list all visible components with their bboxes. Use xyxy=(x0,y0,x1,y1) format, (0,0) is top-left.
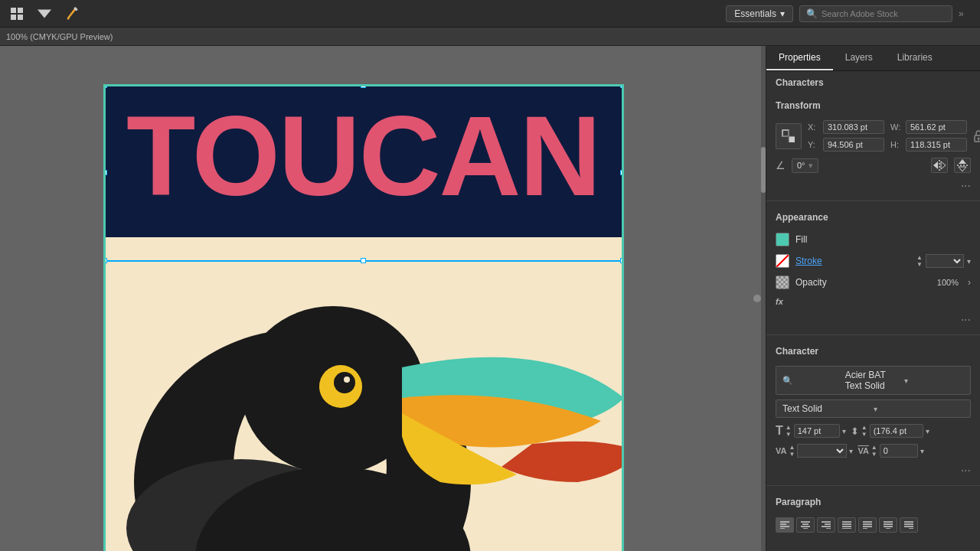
font-size-unit-arrow[interactable]: ▾ xyxy=(842,427,846,435)
kerning-icon: VA xyxy=(776,446,786,455)
h-input[interactable] xyxy=(906,138,967,152)
tracking-stepper[interactable]: ▲▼ xyxy=(871,445,877,458)
x-label: X: xyxy=(808,122,820,132)
stroke-type-select[interactable] xyxy=(926,254,964,268)
character-header: Character xyxy=(766,340,980,363)
fx-label[interactable]: fx xyxy=(776,297,783,306)
align-left-button[interactable] xyxy=(776,517,794,533)
essentials-button[interactable]: Essentials ▾ xyxy=(726,5,793,22)
search-icon: 🔍 xyxy=(806,8,818,19)
font-name-dropdown-arrow: ▾ xyxy=(904,377,964,385)
w-input[interactable] xyxy=(906,120,967,134)
art-border xyxy=(103,84,624,551)
brush-icon[interactable] xyxy=(61,6,83,21)
opacity-row: Opacity 100% › xyxy=(766,272,980,293)
angle-symbol: ∠ xyxy=(776,159,786,171)
font-size-icon: T xyxy=(776,424,783,438)
topbar: Essentials ▾ 🔍 Search Adobe Stock » xyxy=(0,0,980,28)
font-size-stepper[interactable]: ▲▼ xyxy=(786,425,792,438)
font-style-dropdown[interactable]: Text Solid ▾ xyxy=(776,399,971,418)
x-input[interactable] xyxy=(823,120,884,134)
y-input[interactable] xyxy=(823,138,884,152)
stroke-controls: ▲ ▼ ▾ xyxy=(916,254,971,268)
kerning-select[interactable] xyxy=(797,444,847,458)
svg-rect-15 xyxy=(789,136,795,142)
align-center-button[interactable] xyxy=(796,517,815,533)
svg-rect-1 xyxy=(18,8,23,13)
font-name-label: Acier BAT Text Solid xyxy=(845,370,905,391)
flip-horizontal-button[interactable] xyxy=(931,158,948,173)
transform-more-button[interactable]: ··· xyxy=(766,176,980,196)
canvas-scroll-thumb[interactable] xyxy=(761,147,766,193)
stroke-swatch[interactable] xyxy=(776,254,789,268)
canvas-area[interactable]: TOUCAN xyxy=(0,46,766,551)
character-more-button[interactable]: ··· xyxy=(766,461,980,481)
w-label: W: xyxy=(890,122,903,132)
characters-header: Characters xyxy=(766,71,980,94)
font-style-label: Text Solid xyxy=(782,403,874,414)
leading-icon: ⬍ xyxy=(851,425,859,437)
divider-2 xyxy=(766,334,980,335)
right-panel: Properties Layers Libraries Characters T… xyxy=(766,46,980,551)
paragraph-header: Paragraph xyxy=(766,491,980,514)
font-name-dropdown[interactable]: 🔍 Acier BAT Text Solid ▾ xyxy=(776,366,971,395)
grid-icon[interactable] xyxy=(6,6,28,21)
tracking-input[interactable] xyxy=(880,444,918,458)
dropdown-arrow-icon[interactable] xyxy=(34,6,55,21)
align-right-button[interactable] xyxy=(817,517,835,533)
transform-header: Transform xyxy=(766,94,980,117)
align-justify-button[interactable] xyxy=(838,517,856,533)
divider-1 xyxy=(766,201,980,201)
tracking-arrow[interactable]: ▾ xyxy=(920,447,924,455)
svg-point-19 xyxy=(978,137,980,139)
font-size-input[interactable] xyxy=(794,424,840,438)
kerning-stepper[interactable]: ▲▼ xyxy=(789,445,795,458)
stroke-dropdown-arrow[interactable]: ▾ xyxy=(967,257,971,266)
tracking-group: VA ▲▼ ▾ xyxy=(858,444,923,458)
transform-yh-row: Y: H: xyxy=(808,138,967,152)
appearance-header: Appearance xyxy=(766,206,980,229)
flip-vertical-button[interactable] xyxy=(954,158,971,173)
align-justify-left-button[interactable] xyxy=(858,517,877,533)
x-field-row: X: xyxy=(808,120,884,134)
svg-marker-4 xyxy=(38,9,51,18)
align-justify-right-button[interactable] xyxy=(900,517,918,533)
stroke-label[interactable]: Stroke xyxy=(795,256,822,266)
angle-input-wrap[interactable]: 0° ▾ xyxy=(792,158,818,173)
opacity-expand[interactable]: › xyxy=(968,277,971,288)
y-field-row: Y: xyxy=(808,138,884,152)
panel-tabs: Properties Layers Libraries xyxy=(766,46,980,71)
svg-marker-22 xyxy=(933,161,938,169)
stroke-row: Stroke ▲ ▼ ▾ xyxy=(766,250,980,272)
w-field-row: W: xyxy=(890,120,967,134)
scroll-indicator xyxy=(753,295,761,302)
transform-icon-box xyxy=(776,123,802,149)
tab-layers[interactable]: Layers xyxy=(833,46,885,70)
stroke-stepper[interactable]: ▲ ▼ xyxy=(916,255,923,268)
zoom-status: 100% (CMYK/GPU Preview) xyxy=(6,32,113,41)
kerning-group: VA ▲▼ ▾ xyxy=(776,444,853,458)
transform-row: X: W: Y: H: xyxy=(766,117,980,155)
canvas-scrollbar[interactable] xyxy=(761,46,766,551)
appearance-more-button[interactable]: ··· xyxy=(766,310,980,330)
svg-rect-0 xyxy=(11,8,16,13)
panel-toggle[interactable]: » xyxy=(959,8,974,19)
fill-color-swatch[interactable] xyxy=(776,233,789,246)
lock-icon xyxy=(973,130,980,142)
search-box[interactable]: 🔍 Search Adobe Stock xyxy=(799,5,952,22)
svg-rect-2 xyxy=(11,15,16,20)
font-size-row: T ▲▼ ▾ ⬍ ▲▼ ▾ xyxy=(766,421,980,441)
kerning-arrow[interactable]: ▾ xyxy=(849,447,853,455)
leading-arrow[interactable]: ▾ xyxy=(926,427,929,435)
paragraph-align-row xyxy=(766,514,980,536)
leading-stepper[interactable]: ▲▼ xyxy=(861,425,867,438)
opacity-value: 100% xyxy=(937,278,959,287)
leading-input[interactable] xyxy=(870,424,923,438)
svg-marker-25 xyxy=(959,159,966,164)
angle-row: ∠ 0° ▾ xyxy=(766,155,980,176)
align-justify-center-button[interactable] xyxy=(879,517,897,533)
svg-marker-23 xyxy=(941,161,946,169)
tab-properties[interactable]: Properties xyxy=(766,46,833,70)
tab-libraries[interactable]: Libraries xyxy=(885,46,945,70)
svg-marker-26 xyxy=(959,167,966,171)
